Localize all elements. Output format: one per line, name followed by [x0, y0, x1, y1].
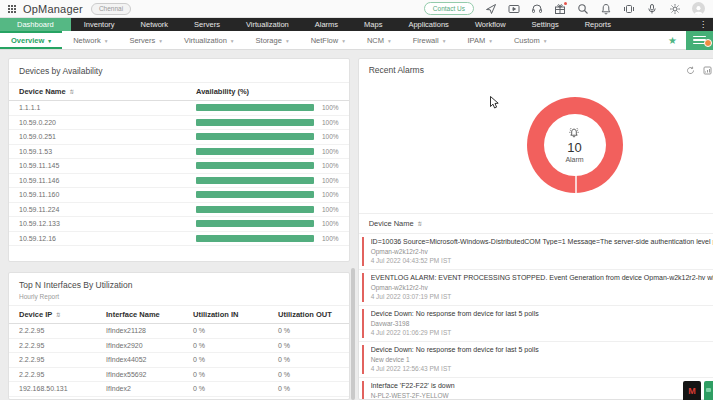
nav-item-applications[interactable]: Applications: [395, 18, 461, 31]
refresh-icon[interactable]: [686, 66, 695, 75]
column-device-name[interactable]: Device Name: [19, 87, 196, 96]
column-device-ip[interactable]: Device IP: [19, 310, 106, 319]
table-row[interactable]: 10.59.1.53100%: [9, 145, 349, 160]
tab-overview[interactable]: Overview: [0, 31, 62, 49]
nav-item-dashboard[interactable]: Dashboard: [0, 18, 71, 31]
favorite-star-icon[interactable]: [668, 35, 677, 46]
scrollbar-thumb[interactable]: [351, 268, 355, 400]
chevron-down-icon: [489, 36, 492, 45]
sort-icon[interactable]: [69, 87, 74, 96]
table-row[interactable]: 192.168.50.131IfIndex20 %0 %: [9, 382, 349, 397]
send-icon[interactable]: [485, 3, 497, 15]
availability-bar: [196, 119, 314, 126]
tab-netflow[interactable]: NetFlow: [300, 31, 356, 49]
interfaces-card-subtitle: Hourly Report: [9, 293, 349, 305]
user-avatar[interactable]: [692, 2, 705, 15]
alarms-list-header[interactable]: Device Name: [359, 213, 713, 234]
tab-storage[interactable]: Storage: [245, 31, 300, 49]
column-utilization-out[interactable]: Utilization OUT: [278, 310, 339, 319]
alarm-item[interactable]: ID=10036 Source=Microsoft-Windows-Distri…: [359, 234, 713, 270]
nav-item-network[interactable]: Network: [128, 18, 182, 31]
utilization-in: 0 %: [193, 371, 278, 378]
table-row[interactable]: 10.59.11.146100%: [9, 174, 349, 189]
menu-badge: [704, 39, 712, 47]
nav-item-workflow[interactable]: Workflow: [462, 18, 519, 31]
gift-icon[interactable]: [554, 3, 566, 15]
chevron-down-icon: [48, 36, 51, 45]
nav-more-icon[interactable]: [693, 18, 713, 31]
tab-ncm[interactable]: NCM: [356, 31, 402, 49]
table-row[interactable]: 10.59.12.133100%: [9, 217, 349, 232]
alarm-timestamp: 4 Jul 2022 03:07:19 PM IST: [371, 293, 713, 300]
settings-gear-icon[interactable]: [669, 3, 681, 15]
availability-bar: [196, 206, 314, 213]
availability-bar-zone: 100%: [196, 148, 339, 155]
device-ip: 2.2.2.95: [19, 327, 106, 334]
overlay-recorder-m-icon[interactable]: M: [683, 381, 701, 400]
search-icon[interactable]: [577, 3, 589, 15]
sort-icon[interactable]: [417, 219, 422, 228]
report-icon[interactable]: [703, 66, 712, 75]
tab-firewall[interactable]: Firewall: [402, 31, 457, 49]
alarm-item[interactable]: Device Down: No response from device for…: [359, 306, 713, 342]
availability-bar-fill: [196, 148, 314, 155]
table-row[interactable]: 2.2.2.95IfIndex211280 %0 %: [9, 324, 349, 339]
overlay-recorder-green-icon[interactable]: [704, 381, 713, 400]
table-row[interactable]: 10.59.0.220100%: [9, 116, 349, 131]
table-row[interactable]: 1.1.1.1100%: [9, 101, 349, 116]
chevron-down-icon: [286, 36, 289, 45]
alarm-item[interactable]: Device Down: No response from device for…: [359, 342, 713, 378]
alarm-item[interactable]: EVENTLOG ALARM: EVENT PROCESSING STOPPED…: [359, 270, 713, 306]
alarm-item[interactable]: Interface 'F22-F22' is downN-PL2-WEST-2F…: [359, 378, 713, 399]
availability-value: 100%: [322, 235, 339, 242]
contact-us-button[interactable]: Contact Us: [424, 2, 474, 15]
nav-item-settings[interactable]: Settings: [519, 18, 572, 31]
right-column: Recent Alarms 10 Alarm: [358, 58, 713, 400]
table-row[interactable]: 2.2.2.95IfIndex440520 %0 %: [9, 353, 349, 368]
table-row[interactable]: 10.59.12.16100%: [9, 232, 349, 247]
nav-item-maps[interactable]: Maps: [351, 18, 395, 31]
nav-item-reports[interactable]: Reports: [572, 18, 624, 31]
nav-item-alarms[interactable]: Alarms: [302, 18, 351, 31]
sort-icon[interactable]: [55, 310, 60, 319]
availability-bar-zone: 100%: [196, 162, 339, 169]
mic-icon[interactable]: [646, 3, 658, 15]
interfaces-table-header: Device IP Interface Name Utilization IN …: [9, 305, 349, 324]
dashboard-menu-button[interactable]: [686, 31, 713, 50]
headset-icon[interactable]: [531, 3, 543, 15]
nav-item-inventory[interactable]: Inventory: [71, 18, 128, 31]
tab-ipam[interactable]: IPAM: [456, 31, 503, 49]
availability-bar-fill: [196, 177, 314, 184]
utilization-in: 0 %: [193, 385, 278, 392]
nav-item-virtualization[interactable]: Virtualization: [233, 18, 302, 31]
video-tutorial-icon[interactable]: [508, 3, 520, 15]
alarm-device-name: Opman-w2k12r2-hv: [371, 248, 713, 255]
alarms-donut-ring[interactable]: 10 Alarm: [527, 97, 623, 193]
apps-grid-icon[interactable]: [8, 5, 16, 13]
nav-item-servers[interactable]: Servers: [181, 18, 233, 31]
location-pill[interactable]: Chennai: [91, 3, 131, 15]
tab-custom[interactable]: Custom: [503, 31, 558, 49]
chevron-down-icon: [231, 36, 234, 45]
notification-bell-icon[interactable]: [600, 3, 612, 15]
device-name: 10.59.1.53: [19, 148, 196, 155]
column-utilization-in[interactable]: Utilization IN: [193, 310, 278, 319]
top-interfaces-card: Top N Interfaces By Utilization Hourly R…: [8, 272, 350, 400]
tab-virtualization[interactable]: Virtualization: [173, 31, 245, 49]
availability-bar-fill: [196, 104, 314, 111]
availability-bar-zone: 100%: [196, 191, 339, 198]
table-row[interactable]: 10.59.11.160100%: [9, 188, 349, 203]
column-interface-name[interactable]: Interface Name: [106, 310, 193, 319]
table-row[interactable]: 10.59.0.251100%: [9, 130, 349, 145]
table-row[interactable]: 10.59.11.224100%: [9, 203, 349, 218]
column-availability[interactable]: Availability (%): [196, 87, 249, 96]
carousel-icon[interactable]: [623, 3, 635, 15]
tab-servers[interactable]: Servers: [118, 31, 173, 49]
table-row[interactable]: 2.2.2.95IfIndex556920 %0 %: [9, 368, 349, 383]
availability-bar: [196, 220, 314, 227]
table-row[interactable]: 10.59.11.145100%: [9, 159, 349, 174]
availability-bar: [196, 162, 314, 169]
alarms-donut-chart[interactable]: 10 Alarm: [359, 81, 713, 213]
table-row[interactable]: 2.2.2.95IfIndex29200 %0 %: [9, 339, 349, 354]
tab-network[interactable]: Network: [62, 31, 118, 49]
